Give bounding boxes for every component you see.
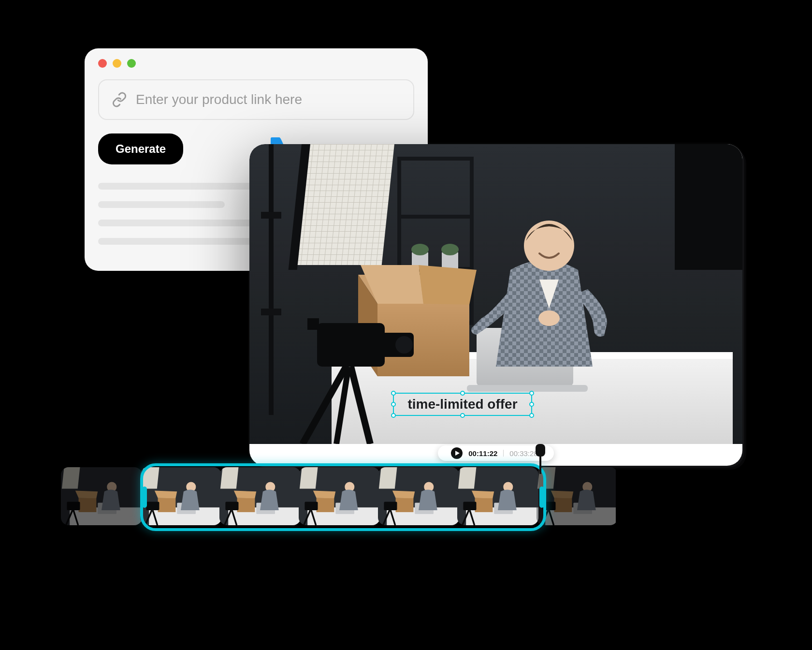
product-link-input[interactable]: Enter your product link here — [98, 79, 414, 120]
svg-rect-32 — [307, 318, 319, 330]
resize-handle-icon[interactable] — [391, 413, 396, 418]
resize-handle-icon[interactable] — [460, 413, 465, 418]
svg-rect-36 — [675, 144, 742, 270]
caption-text-box[interactable]: time-limited offer — [393, 393, 532, 416]
video-canvas[interactable]: time-limited offer — [249, 144, 742, 444]
play-button[interactable] — [451, 447, 463, 459]
timeline-clip[interactable] — [61, 467, 142, 525]
resize-handle-icon[interactable] — [529, 413, 534, 418]
link-icon — [111, 91, 128, 108]
resize-handle-icon[interactable] — [391, 402, 396, 407]
close-icon[interactable] — [98, 59, 107, 68]
timeline-clip[interactable] — [457, 467, 538, 525]
svg-point-28 — [538, 310, 560, 326]
resize-handle-icon[interactable] — [460, 391, 465, 396]
playback-bar: 00:11:22 00:33:28 — [438, 445, 554, 461]
time-separator — [503, 450, 504, 457]
video-preview-panel: time-limited offer 00:11:22 00:33:28 — [249, 144, 742, 466]
generate-button[interactable]: Generate — [98, 133, 183, 164]
current-time: 00:11:22 — [468, 449, 497, 458]
svg-rect-29 — [317, 323, 385, 367]
resize-handle-icon[interactable] — [391, 391, 396, 396]
svg-rect-6 — [269, 144, 274, 415]
svg-marker-37 — [455, 451, 460, 456]
clip-strip — [61, 467, 616, 529]
svg-rect-7 — [261, 212, 281, 219]
svg-point-27 — [524, 221, 574, 271]
maximize-icon[interactable] — [127, 59, 136, 68]
svg-rect-21 — [467, 385, 588, 392]
play-icon — [454, 450, 460, 456]
svg-point-17 — [441, 244, 459, 255]
timeline-clip[interactable] — [140, 467, 221, 525]
minimize-icon[interactable] — [113, 59, 121, 68]
product-link-placeholder: Enter your product link here — [136, 92, 302, 107]
timeline-clip[interactable] — [536, 467, 616, 525]
window-traffic-lights — [98, 59, 414, 68]
timeline-clip[interactable] — [299, 467, 380, 525]
svg-rect-8 — [261, 309, 281, 315]
total-time: 00:33:28 — [509, 449, 537, 458]
timeline-clip[interactable] — [219, 467, 301, 525]
svg-point-31 — [395, 336, 413, 354]
skeleton-line — [98, 201, 225, 208]
resize-handle-icon[interactable] — [529, 402, 534, 407]
video-timeline[interactable] — [61, 467, 626, 529]
caption-text: time-limited offer — [407, 397, 517, 412]
resize-handle-icon[interactable] — [529, 391, 534, 396]
timeline-clip[interactable] — [378, 467, 459, 525]
svg-marker-26 — [419, 265, 477, 305]
svg-point-15 — [411, 244, 429, 255]
